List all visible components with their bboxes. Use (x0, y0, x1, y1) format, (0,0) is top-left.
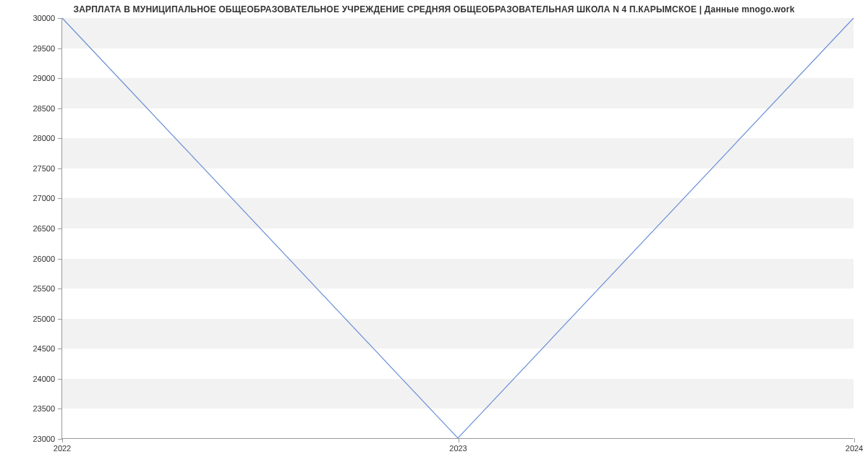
y-tick-label: 25500 (33, 284, 55, 293)
y-tick (58, 138, 62, 139)
x-tick-label: 2024 (846, 444, 863, 453)
y-tick (58, 228, 62, 229)
y-tick-label: 30000 (33, 14, 55, 22)
y-tick (58, 198, 62, 199)
y-tick (58, 259, 62, 260)
y-tick (58, 168, 62, 169)
x-tick (62, 438, 63, 443)
line-series (62, 18, 854, 438)
y-tick-label: 25000 (33, 315, 55, 323)
y-tick (58, 379, 62, 380)
y-tick (58, 108, 62, 109)
y-tick-label: 28000 (33, 134, 55, 142)
y-tick (58, 78, 62, 79)
x-tick (459, 438, 459, 443)
y-tick-label: 27000 (33, 194, 55, 202)
chart-title: ЗАРПЛАТА В МУНИЦИПАЛЬНОЕ ОБЩЕОБРАЗОВАТЕЛ… (0, 4, 868, 14)
y-tick-label: 29000 (33, 74, 55, 82)
y-tick (58, 319, 62, 320)
y-tick-label: 23000 (33, 435, 55, 443)
plot-area: 2300023500240002450025000255002600026500… (61, 18, 854, 439)
series-line (62, 18, 854, 438)
y-tick-label: 28500 (33, 104, 55, 113)
chart-container: ЗАРПЛАТА В МУНИЦИПАЛЬНОЕ ОБЩЕОБРАЗОВАТЕЛ… (0, 0, 868, 470)
y-tick-label: 26000 (33, 255, 55, 263)
y-tick (58, 349, 62, 349)
x-tick-label: 2023 (449, 444, 467, 453)
y-tick (58, 48, 62, 49)
y-tick-label: 23500 (33, 404, 55, 413)
y-tick (58, 18, 62, 19)
y-tick-label: 24500 (33, 344, 55, 353)
y-tick-label: 27500 (33, 164, 55, 173)
y-tick-label: 24000 (33, 375, 55, 383)
x-tick-label: 2022 (54, 444, 71, 453)
x-tick (854, 438, 855, 443)
y-tick-label: 26500 (33, 224, 55, 233)
y-tick-label: 29500 (33, 44, 55, 53)
y-tick (58, 409, 62, 409)
y-tick (58, 289, 62, 289)
